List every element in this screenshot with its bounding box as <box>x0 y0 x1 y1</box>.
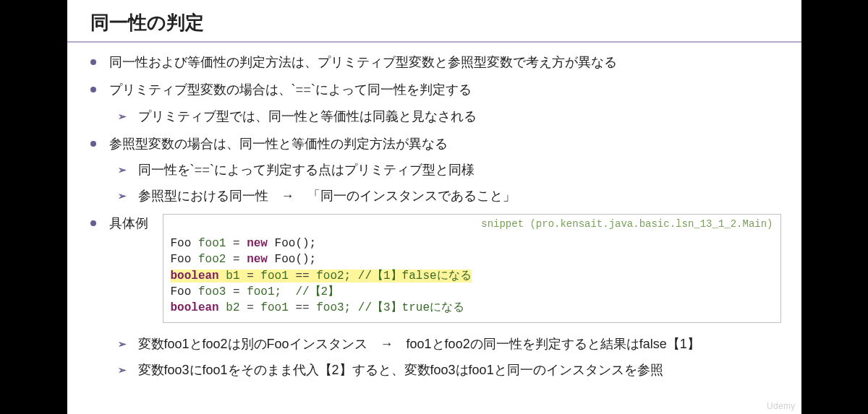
inline-code: == <box>296 83 312 98</box>
page-title: 同一性の判定 <box>90 10 781 40</box>
code-var: b1 <box>226 269 239 283</box>
code-op: = <box>247 269 254 283</box>
code-var: foo2 <box>198 253 226 266</box>
code-keyword: new <box>247 253 268 266</box>
highlighted-line: boolean b1 = foo1 == foo2; //【1】falseになる <box>171 269 472 283</box>
bullet-text: 変数foo1とfoo2は別のFooインスタンス → foo1とfoo2の同一性を… <box>138 335 700 355</box>
code-lhs: foo1 <box>260 301 288 314</box>
chevron-right-icon: ➢ <box>118 160 128 179</box>
list-item: 同一性および等価性の判定方法は、プリミティブ型変数と参照型変数で考え方が異なる <box>90 53 781 73</box>
code-type: Foo <box>171 285 192 298</box>
code-snippet: snippet (pro.kensait.java.basic.lsn_13_1… <box>163 214 781 322</box>
watermark: Udemy <box>767 401 796 411</box>
list-item: 参照型変数の場合は、同一性と等価性の判定方法が異なる ➢ 同一性を`==`によっ… <box>90 134 781 207</box>
bullet-text: 具体例 <box>109 214 148 234</box>
code-type: Foo <box>171 237 192 250</box>
list-item: ➢ 参照型における同一性 → 「同一のインスタンスであること」 <box>118 186 781 207</box>
bullet-icon <box>90 59 96 65</box>
text-fragment: `によって同一性を判定する <box>311 82 472 97</box>
bullet-list: 同一性および等価性の判定方法は、プリミティブ型変数と参照型変数で考え方が異なる … <box>90 53 781 380</box>
slide: 同一性の判定 同一性および等価性の判定方法は、プリミティブ型変数と参照型変数で考… <box>67 0 801 414</box>
bullet-text: 参照型変数の場合は、同一性と等価性の判定方法が異なる <box>109 134 448 155</box>
code-rhs: foo3; <box>316 301 351 314</box>
code-type: Foo <box>171 253 192 266</box>
code-comment: //【1】falseになる <box>358 269 472 283</box>
snippet-path-label: snippet (pro.kensait.java.basic.lsn_13_1… <box>481 217 773 232</box>
code-var: foo1 <box>198 237 226 250</box>
code-op: = <box>233 237 240 250</box>
bullet-text: プリミティブ型変数の場合は、`==`によって同一性を判定する <box>109 80 472 101</box>
code-var: b2 <box>226 301 239 314</box>
code-op: = <box>247 301 254 314</box>
code-lhs: foo1 <box>260 269 288 283</box>
text-fragment: `によって判定する点はプリミティブ型と同様 <box>210 163 475 177</box>
bullet-icon <box>90 141 96 147</box>
code-ctor: Foo(); <box>275 253 317 266</box>
code-type: boolean <box>171 269 219 283</box>
code-comment: //【2】 <box>295 285 339 298</box>
list-item: プリミティブ型変数の場合は、`==`によって同一性を判定する ➢ プリミティブ型… <box>90 80 781 127</box>
code-keyword: new <box>247 237 268 250</box>
code-rhs: foo1; <box>247 285 281 298</box>
code-op: = <box>233 253 240 266</box>
code-rhs: foo2; <box>316 269 351 283</box>
bullet-text: 参照型における同一性 → 「同一のインスタンスであること」 <box>138 186 516 207</box>
code-op: == <box>295 301 309 314</box>
code-op: = <box>233 285 240 298</box>
chevron-right-icon: ➢ <box>118 107 128 126</box>
code-op: == <box>295 269 309 283</box>
list-item: ➢ 同一性を`==`によって判定する点はプリミティブ型と同様 <box>118 160 781 181</box>
bullet-icon <box>90 87 96 92</box>
code-var: foo3 <box>198 285 226 298</box>
text-fragment: プリミティブ型変数の場合は、` <box>109 82 296 97</box>
chevron-right-icon: ➢ <box>118 335 128 353</box>
list-item: ➢ 変数foo1とfoo2は別のFooインスタンス → foo1とfoo2の同一… <box>118 335 781 355</box>
bullet-text: プリミティブ型では、同一性と等価性は同義と見なされる <box>138 107 477 127</box>
chevron-right-icon: ➢ <box>118 186 128 205</box>
list-item: ➢ プリミティブ型では、同一性と等価性は同義と見なされる <box>118 107 781 127</box>
bullet-text: 変数foo3にfoo1をそのまま代入【2】すると、変数foo3はfoo1と同一の… <box>138 361 663 381</box>
list-item: 具体例 snippet (pro.kensait.java.basic.lsn_… <box>90 214 781 380</box>
code-comment: //【3】trueになる <box>358 301 464 314</box>
bullet-text: 同一性を`==`によって判定する点はプリミティブ型と同様 <box>138 160 475 181</box>
title-underline <box>67 41 801 43</box>
bullet-text: 同一性および等価性の判定方法は、プリミティブ型変数と参照型変数で考え方が異なる <box>109 53 617 73</box>
code-type: boolean <box>171 301 219 314</box>
list-item: ➢ 変数foo3にfoo1をそのまま代入【2】すると、変数foo3はfoo1と同… <box>118 361 781 381</box>
bullet-icon <box>90 220 96 226</box>
chevron-right-icon: ➢ <box>118 361 128 379</box>
text-fragment: 同一性を` <box>138 163 195 177</box>
code-ctor: Foo(); <box>275 237 317 250</box>
inline-code: == <box>195 163 210 178</box>
